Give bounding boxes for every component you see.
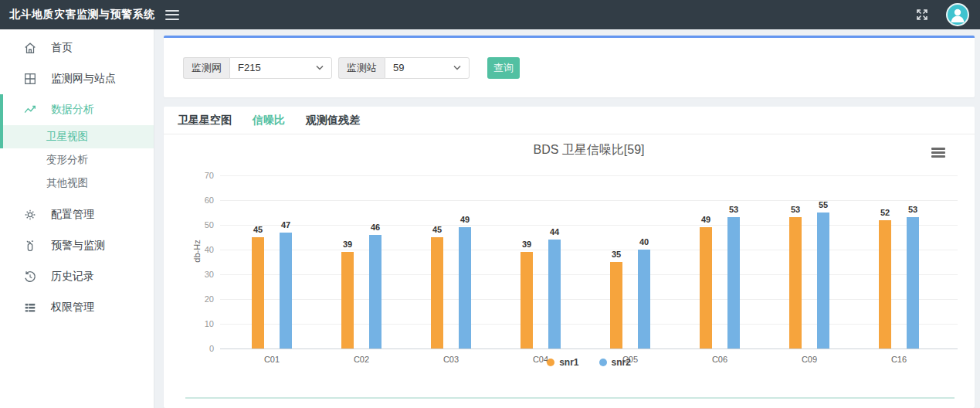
chart-panel: 卫星星空图 信噪比 观测值残差 BDS 卫星信噪比[59] db-Hz 0102… [164,107,975,408]
chart-plot: 010203040506070C014547C023946C034549C043… [220,175,958,348]
bar-value-label: 45 [425,225,449,234]
legend-item-snr1[interactable]: snr1 [547,357,578,368]
bar-value-label: 39 [335,240,360,249]
bar-value-label: 35 [604,250,629,259]
bar-snr1-C01[interactable] [252,237,264,348]
legend-label: snr2 [612,357,631,368]
legend-label: snr1 [559,357,578,368]
y-tick-label: 40 [194,245,214,254]
sidebar-subitem-deformation-analysis[interactable]: 变形分析 [0,148,154,172]
bar-value-label: 49 [693,215,718,224]
avatar[interactable] [946,3,969,26]
bar-snr1-C04[interactable] [521,252,533,348]
tab-residual[interactable]: 观测值残差 [306,107,360,134]
gridline [220,299,958,300]
sidebar: 首页 监测网与站点 数据分析 卫星视图 变形分析 其他视图 配置管理 预警与监测 [0,29,154,408]
sidebar-item-permissions[interactable]: 权限管理 [0,292,154,323]
sidebar-item-alerts[interactable]: 预警与监测 [0,230,154,261]
bar-value-label: 49 [453,215,477,224]
bar-snr2-C05[interactable] [638,250,650,348]
search-button[interactable]: 查询 [487,57,520,79]
y-tick-label: 70 [194,171,214,180]
legend-dot [599,359,607,366]
gear-icon [23,208,37,222]
network-input-group: 监测网 F215 [183,57,332,79]
chart-legend: snr1snr2 [220,357,958,368]
bar-snr2-C04[interactable] [548,240,561,348]
gridline [220,225,958,226]
grid-icon [23,72,37,86]
sidebar-item-data-analysis[interactable]: 数据分析 [0,94,154,125]
legend-item-snr2[interactable]: snr2 [599,357,631,368]
list-icon [23,301,37,314]
sidebar-item-label: 首页 [51,41,73,55]
chart-area: BDS 卫星信噪比[59] db-Hz 010203040506070C0145… [164,134,975,408]
gridline [220,274,958,275]
legend-dot [547,359,554,366]
bar-snr2-C01[interactable] [280,233,292,348]
gridline [220,200,958,201]
bar-value-label: 53 [721,205,746,214]
main-content: 监测网 F215 监测站 59 查询 卫星星空图 信噪比 观测值残差 [155,29,980,408]
sidebar-item-home[interactable]: 首页 [0,32,154,63]
network-label: 监测网 [183,57,229,79]
bar-snr2-C03[interactable] [459,227,471,348]
bar-snr1-C16[interactable] [879,220,891,348]
top-bar: 北斗地质灾害监测与预警系统 [0,0,980,29]
filter-panel: 监测网 F215 监测站 59 查询 [164,36,975,97]
tab-snr[interactable]: 信噪比 [253,107,285,134]
y-tick-label: 0 [194,344,214,353]
y-tick-label: 20 [194,294,214,304]
bar-value-label: 45 [246,225,270,234]
sidebar-subitem-label: 卫星视图 [46,130,88,144]
station-select[interactable]: 59 [385,57,470,79]
bar-snr1-C09[interactable] [789,217,802,348]
sidebar-item-history[interactable]: 历史记录 [0,261,154,292]
sidebar-subitem-label: 其他视图 [46,176,88,190]
sidebar-item-label: 数据分析 [51,103,94,117]
y-tick-label: 10 [194,319,214,328]
tab-satellite-sky[interactable]: 卫星星空图 [178,107,232,134]
sidebar-subitem-other-views[interactable]: 其他视图 [0,172,154,195]
gridline [220,324,958,325]
bar-value-label: 39 [514,240,539,249]
bar-value-label: 53 [783,205,808,214]
sidebar-item-label: 历史记录 [51,270,94,284]
y-tick-label: 60 [194,196,214,205]
station-input-group: 监测站 59 [338,57,470,79]
gridline [220,175,958,176]
sidebar-item-label: 权限管理 [51,301,94,314]
bar-snr2-C02[interactable] [369,235,381,348]
chevron-down-icon [453,65,461,70]
sidebar-item-config[interactable]: 配置管理 [0,199,154,230]
network-select[interactable]: F215 [229,57,332,79]
sidebar-subitem-label: 变形分析 [46,153,88,167]
chart-title: BDS 卫星信噪比[59] [220,142,958,158]
sidebar-item-label: 预警与监测 [51,239,105,253]
chevron-down-icon [316,65,324,70]
bar-snr1-C02[interactable] [341,252,354,348]
sidebar-item-networks[interactable]: 监测网与站点 [0,63,154,94]
fullscreen-icon[interactable] [915,8,929,22]
bar-snr1-C03[interactable] [431,237,443,348]
bar-snr1-C06[interactable] [700,227,712,348]
bar-snr2-C09[interactable] [817,212,829,348]
bar-value-label: 44 [542,227,567,236]
history-icon [23,270,37,284]
y-tick-label: 50 [194,220,214,230]
bar-snr1-C05[interactable] [610,262,622,348]
chart-menu-icon[interactable] [931,148,945,158]
network-value: F215 [238,62,261,73]
sidebar-toggle-icon[interactable] [165,10,179,20]
bar-value-label: 40 [632,237,656,246]
gridline [220,250,958,250]
bar-value-label: 55 [811,200,836,209]
gridline [220,348,958,349]
bar-snr2-C16[interactable] [907,217,919,348]
bar-value-label: 53 [900,205,925,214]
sidebar-subitem-satellite-view[interactable]: 卫星视图 [0,125,154,148]
sidebar-item-label: 监测网与站点 [51,72,116,86]
y-tick-label: 30 [194,270,214,279]
bar-value-label: 47 [273,220,298,230]
bar-snr2-C06[interactable] [727,217,740,348]
